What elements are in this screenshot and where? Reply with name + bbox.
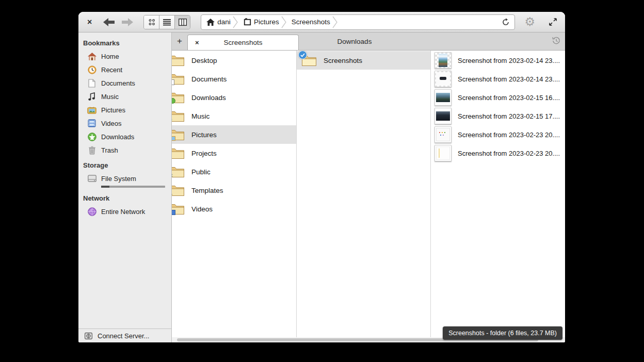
folder-icon bbox=[172, 147, 185, 159]
connect-server-label: Connect Server... bbox=[98, 332, 149, 340]
file-row[interactable]: Screenshot from 2023-02-23 20.... bbox=[431, 125, 565, 144]
refresh-button[interactable] bbox=[497, 15, 514, 29]
folder-row-templates[interactable]: Templates bbox=[172, 181, 296, 200]
folder-row-videos[interactable]: Videos bbox=[172, 200, 296, 218]
file-name: Screenshot from 2023-02-23 20.... bbox=[458, 150, 560, 157]
folder-row-desktop[interactable]: Desktop bbox=[172, 51, 296, 70]
tab-bar: + × Screenshots Downloads bbox=[172, 32, 565, 51]
folder-emblem-picture-icon bbox=[172, 136, 175, 141]
sidebar-item-pictures[interactable]: Pictures bbox=[78, 103, 171, 117]
picture-icon bbox=[87, 105, 97, 114]
file-thumbnail bbox=[434, 108, 452, 124]
sidebar-item-entire-network[interactable]: Entire Network bbox=[78, 205, 171, 218]
pictures-column: Screenshots bbox=[297, 51, 431, 342]
column-view-icon bbox=[179, 19, 187, 26]
document-icon bbox=[87, 78, 97, 88]
network-icon bbox=[87, 207, 97, 216]
folder-icon bbox=[172, 54, 185, 67]
folder-row-documents[interactable]: Documents bbox=[172, 70, 296, 88]
sidebar-item-label: Videos bbox=[101, 120, 122, 127]
folder-icon bbox=[301, 54, 317, 67]
folder-icon bbox=[172, 128, 185, 141]
folder-name: Documents bbox=[191, 75, 227, 83]
sidebar-section-storage: Storage bbox=[78, 157, 171, 172]
back-button[interactable] bbox=[103, 18, 115, 26]
breadcrumb-chevron-icon bbox=[233, 15, 238, 29]
sidebar-item-label: Music bbox=[101, 93, 119, 101]
fullscreen-button[interactable] bbox=[549, 18, 557, 26]
tab-downloads[interactable]: Downloads bbox=[299, 33, 410, 50]
file-thumbnail bbox=[434, 126, 452, 143]
breadcrumb-segment-dani[interactable]: dani bbox=[201, 15, 233, 29]
home-icon bbox=[206, 19, 215, 26]
folder-icon bbox=[172, 91, 185, 104]
breadcrumb-segment-screenshots[interactable]: Screenshots bbox=[286, 15, 332, 29]
folder-emblem-music-icon: ♪ bbox=[172, 117, 172, 122]
file-name: Screenshot from 2023-02-14 23.... bbox=[458, 75, 560, 83]
folder-icon: ♪ bbox=[172, 110, 185, 122]
video-icon bbox=[87, 119, 97, 128]
new-tab-button[interactable]: + bbox=[172, 32, 187, 50]
folder-row-music[interactable]: ♪Music bbox=[172, 107, 296, 125]
breadcrumb-label: Pictures bbox=[254, 18, 279, 26]
breadcrumb-label: dani bbox=[217, 18, 231, 26]
folder-name: Projects bbox=[191, 150, 217, 157]
drive-icon bbox=[87, 174, 97, 183]
list-view-icon bbox=[163, 19, 171, 26]
folder-row-projects[interactable]: Projects bbox=[172, 144, 296, 162]
sidebar-item-documents[interactable]: Documents bbox=[78, 76, 171, 90]
file-thumbnail bbox=[434, 52, 452, 69]
tab-label: Screenshots bbox=[223, 39, 262, 46]
tab-screenshots[interactable]: × Screenshots bbox=[187, 35, 299, 50]
icon-view-button[interactable] bbox=[144, 15, 159, 29]
sidebar-item-file-system[interactable]: File System bbox=[78, 172, 171, 185]
file-name: Screenshot from 2023-02-15 16.... bbox=[458, 94, 560, 102]
folder-name: Videos bbox=[191, 205, 213, 213]
view-toggle-group bbox=[143, 15, 190, 29]
selected-check-icon bbox=[298, 51, 307, 59]
window-close-button[interactable]: × bbox=[87, 18, 92, 26]
column-view-button[interactable] bbox=[175, 15, 190, 29]
sidebar-item-home[interactable]: Home bbox=[78, 50, 171, 63]
folder-name: Screenshots bbox=[324, 57, 362, 64]
connect-server-button[interactable]: Connect Server... bbox=[78, 328, 171, 342]
settings-button[interactable]: ⚙ bbox=[524, 16, 535, 28]
forward-button[interactable] bbox=[121, 18, 133, 26]
music-icon bbox=[87, 92, 97, 101]
trash-icon bbox=[87, 145, 97, 155]
sidebar-item-trash[interactable]: Trash bbox=[78, 143, 171, 157]
image-icon bbox=[243, 18, 251, 26]
folder-row-public[interactable]: <Public bbox=[172, 162, 296, 181]
file-row[interactable]: Screenshot from 2023-02-14 23.... bbox=[431, 70, 565, 88]
file-name: Screenshot from 2023-02-23 20.... bbox=[458, 131, 560, 139]
breadcrumb: daniPicturesScreenshots bbox=[201, 14, 515, 30]
folder-emblem-video-icon bbox=[172, 210, 175, 215]
history-icon bbox=[552, 36, 561, 45]
tab-close-icon[interactable]: × bbox=[195, 39, 199, 46]
sidebar-item-videos[interactable]: Videos bbox=[78, 117, 171, 130]
file-row[interactable]: Screenshot from 2023-02-23 20.... bbox=[431, 144, 565, 162]
files-column: Screenshot from 2023-02-14 23....Screens… bbox=[431, 51, 565, 342]
folder-emblem-share-icon: < bbox=[172, 173, 172, 178]
list-view-button[interactable] bbox=[159, 15, 175, 29]
file-row[interactable]: Screenshot from 2023-02-15 16.... bbox=[431, 88, 565, 107]
disk-usage-bar bbox=[101, 186, 165, 188]
folder-name: Music bbox=[191, 112, 210, 120]
folder-row-downloads[interactable]: Downloads bbox=[172, 88, 296, 107]
expand-icon bbox=[549, 18, 557, 26]
recent-icon bbox=[87, 65, 97, 74]
folder-icon bbox=[172, 203, 185, 215]
history-button[interactable] bbox=[552, 36, 561, 47]
file-row[interactable]: Screenshot from 2023-02-14 23.... bbox=[431, 51, 565, 70]
folder-row-screenshots[interactable]: Screenshots bbox=[297, 51, 430, 70]
breadcrumb-segment-pictures[interactable]: Pictures bbox=[238, 15, 281, 29]
file-name: Screenshot from 2023-02-14 23.... bbox=[458, 57, 560, 64]
file-name: Screenshot from 2023-02-15 17.... bbox=[458, 112, 560, 120]
folder-row-pictures[interactable]: Pictures bbox=[172, 125, 296, 144]
sidebar-item-music[interactable]: Music bbox=[78, 90, 171, 103]
file-row[interactable]: Screenshot from 2023-02-15 17.... bbox=[431, 107, 565, 125]
home-colored-icon bbox=[87, 52, 97, 61]
sidebar-item-downloads[interactable]: Downloads bbox=[78, 130, 171, 143]
folder-name: Desktop bbox=[191, 57, 217, 64]
sidebar-item-recent[interactable]: Recent bbox=[78, 63, 171, 76]
